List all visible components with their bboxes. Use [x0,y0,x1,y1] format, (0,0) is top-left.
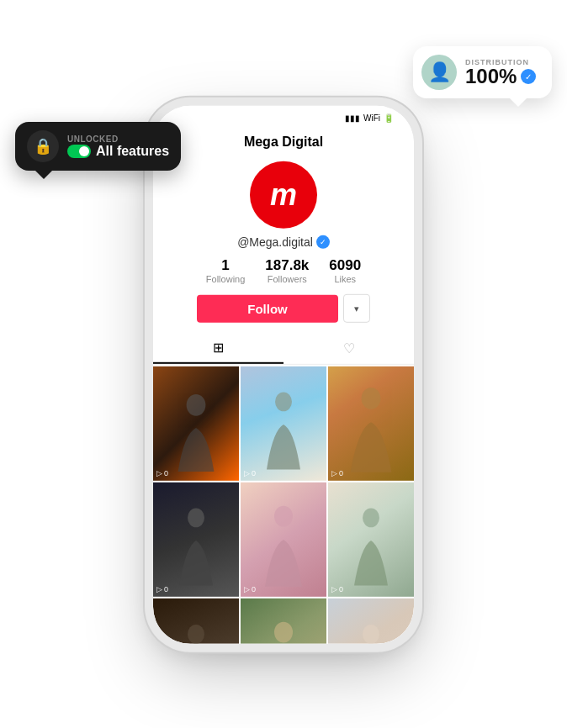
tab-grid[interactable]: ⊞ [153,333,284,364]
distribution-check: ✓ [521,69,536,84]
tab-liked[interactable]: ♡ [284,333,414,364]
person-silhouette-8 [252,609,314,643]
svg-point-0 [187,394,206,416]
svg-point-4 [274,505,293,526]
distribution-bubble: 👤 DISTRIBUTION 100% ✓ [413,46,552,98]
grid-item-9[interactable]: ▷ 0 [328,599,414,644]
username-text: @Mega.digital [237,235,313,249]
play-count-4: 0 [164,585,168,593]
grid-item-4[interactable]: ▷ 0 [153,483,239,597]
play-count-5: 0 [252,585,256,593]
play-count-6: 0 [339,585,343,593]
person-silhouette-4 [166,493,225,596]
toggle-switch[interactable] [67,145,91,158]
play-count-2: 0 [252,469,256,477]
action-row: Follow ▾ [197,294,370,323]
play-icon-1: ▷ [156,469,162,477]
profile-avatar: m [250,161,317,229]
grid-tab-icon: ⊞ [213,340,224,356]
person-silhouette-1 [166,383,225,481]
grid-item-2[interactable]: ▷ 0 [241,367,326,481]
grid-item-1[interactable]: ▷ 0 [153,367,239,481]
scene: 🔒 UNLOCKED All features 👤 DISTRIBUTION 1… [0,0,567,728]
stat-following: 1 Following [206,257,245,284]
grid-overlay-5: ▷ 0 [244,585,256,593]
likes-count: 6090 [329,257,361,274]
dropdown-button[interactable]: ▾ [343,294,370,323]
svg-point-1 [275,392,292,411]
person-silhouette-6 [341,493,400,596]
stat-followers: 187.8k Followers [265,257,309,284]
app-title: Mega Digital [244,135,323,150]
unlocked-label: UNLOCKED [67,135,169,144]
play-icon-3: ▷ [331,469,337,477]
avatar-person-icon: 👤 [428,61,451,83]
grid-item-7[interactable]: ▷ 0 [153,599,239,644]
grid-overlay-1: ▷ 0 [156,469,168,477]
follow-button[interactable]: Follow [197,294,338,322]
action-container: Follow ▾ [153,294,414,333]
distribution-text-block: DISTRIBUTION 100% ✓ [465,58,536,87]
avatar-letter: m [270,177,297,213]
person-silhouette-5 [252,493,314,596]
grid-overlay-3: ▷ 0 [331,469,343,477]
grid-overlay-6: ▷ 0 [331,585,343,593]
likes-label: Likes [334,274,356,284]
phone: ▮▮▮ WiFi 🔋 ‹ Mega Digital m @Mega.digita… [153,106,414,644]
tab-bar: ⊞ ♡ [153,333,414,365]
stats-row: 1 Following 187.8k Followers 6090 Likes [153,257,414,284]
play-icon-5: ▷ [244,585,250,593]
toggle-row: All features [67,144,169,159]
following-label: Following [206,274,245,284]
person-silhouette-9 [341,612,400,644]
battery-icon: 🔋 [384,113,394,122]
signal-icon: ▮▮▮ [345,113,360,122]
wifi-icon: WiFi [363,113,380,122]
stat-likes: 6090 Likes [329,257,361,284]
svg-point-2 [362,387,381,409]
status-bar: ▮▮▮ WiFi 🔋 [153,106,414,129]
profile-section: m @Mega.digital ✓ [153,155,414,257]
toggle-knob [79,146,89,156]
followers-count: 187.8k [265,257,309,274]
person-silhouette-3 [339,377,404,480]
svg-point-6 [188,625,204,643]
app-header: ‹ Mega Digital [153,129,414,155]
lock-icon-circle: 🔒 [27,130,59,162]
distribution-percent: 100% [465,66,517,87]
unlocked-text-block: UNLOCKED All features [67,135,169,159]
grid-overlay-2: ▷ 0 [244,469,256,477]
verified-badge: ✓ [316,235,330,249]
play-icon-6: ▷ [331,585,337,593]
svg-point-5 [363,508,379,527]
play-count-3: 0 [339,469,343,477]
svg-point-7 [274,621,293,642]
status-icons: ▮▮▮ WiFi 🔋 [345,113,394,122]
heart-tab-icon: ♡ [343,340,355,356]
person-silhouette-2 [253,377,313,480]
username-row: @Mega.digital ✓ [237,235,330,249]
followers-label: Followers [268,274,307,284]
grid-item-5[interactable]: ▷ 0 [241,483,326,597]
svg-point-8 [363,625,379,643]
phone-inner: ▮▮▮ WiFi 🔋 ‹ Mega Digital m @Mega.digita… [153,106,414,644]
play-icon-4: ▷ [156,585,162,593]
grid-overlay-4: ▷ 0 [156,585,168,593]
person-silhouette-7 [166,612,225,644]
grid-item-3[interactable]: ▷ 0 [328,367,414,481]
following-count: 1 [221,257,229,274]
grid-item-8[interactable]: ▷ 0 [241,599,326,644]
play-icon-2: ▷ [244,469,250,477]
unlocked-bubble: 🔒 UNLOCKED All features [15,122,181,171]
distribution-value-row: 100% ✓ [465,66,536,87]
svg-point-3 [188,508,204,527]
video-grid: ▷ 0 ▷ 0 [153,367,414,644]
lock-icon: 🔒 [34,137,52,156]
distribution-avatar: 👤 [421,55,457,90]
grid-item-6[interactable]: ▷ 0 [328,483,414,597]
play-count-1: 0 [164,469,168,477]
all-features-label: All features [96,144,169,159]
